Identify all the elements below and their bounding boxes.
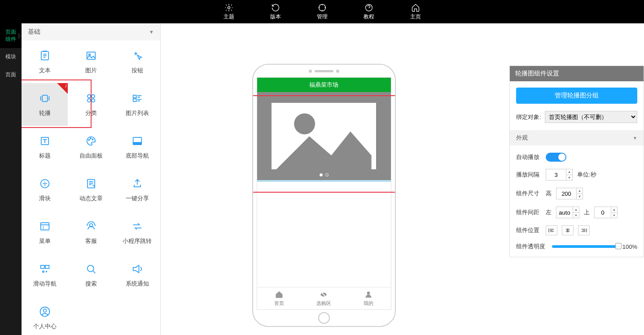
- topbar-manage-label: 管理: [317, 13, 328, 21]
- svg-point-0: [228, 6, 230, 9]
- topbar-home-label: 主页: [410, 13, 421, 21]
- topbar-theme-label: 主题: [223, 13, 234, 21]
- topbar-theme[interactable]: 主题: [223, 3, 234, 21]
- topbar-home[interactable]: 主页: [410, 3, 421, 21]
- topbar-manage[interactable]: 管理: [317, 3, 328, 21]
- topbar-version-label: 版本: [270, 13, 281, 21]
- topbar-tutorial-label: 教程: [364, 13, 374, 21]
- topbar-tutorial[interactable]: 教程: [364, 3, 374, 21]
- topbar: 主题 版本 管理 教程 主页: [0, 0, 644, 23]
- topbar-version[interactable]: 版本: [270, 3, 281, 21]
